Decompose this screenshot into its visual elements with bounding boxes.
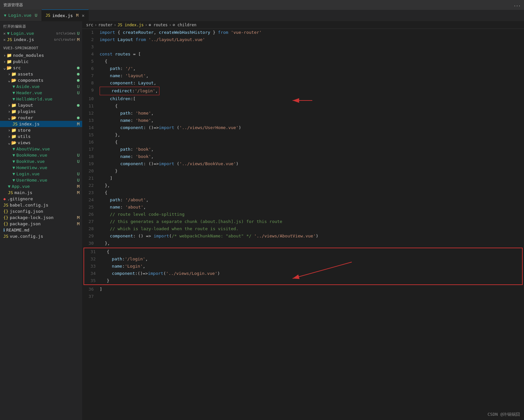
tab-index-js[interactable]: JS index.js M ✕: [42, 10, 89, 21]
breadcrumb-src: src: [86, 23, 93, 27]
tab-close[interactable]: ✕: [82, 13, 84, 18]
folder-icon-pub: 📁: [7, 59, 12, 64]
sidebar-item-public[interactable]: › 📁 public: [0, 58, 82, 65]
sidebar-item-utils[interactable]: › 📁 utils: [0, 133, 82, 140]
utils-label: utils: [18, 134, 31, 139]
sidebar-item-aboutview[interactable]: ▼ AboutView.vue: [0, 146, 82, 152]
code-line-23: 23 {: [82, 189, 524, 196]
sidebar-item-vueconfig[interactable]: JS vue.config.js: [0, 233, 82, 239]
code-line-2: 2 import Layout from '../layout/Layout.v…: [82, 36, 524, 43]
sidebar-item-bookhome[interactable]: ▼ BookHome.vue U: [0, 152, 82, 158]
sidebar-item-router[interactable]: ⌄ 📂 router: [0, 115, 82, 121]
folder-icon-layout: 📁: [11, 103, 16, 108]
router-label: router: [18, 115, 33, 120]
red-box-block: 31 { 32 path:'/login', 33 name:'Login',: [83, 248, 523, 285]
sidebar-item-bookvue[interactable]: ▼ BookVue.vue U: [0, 158, 82, 165]
sidebar-item-readme[interactable]: ℹ README.md: [0, 227, 82, 233]
code-line-20: 20 }: [82, 167, 524, 175]
close-icon-index[interactable]: ✕: [3, 37, 6, 42]
vue-icon: ▼: [4, 13, 6, 18]
open-file-index-path: src\router: [54, 37, 76, 42]
pkg-label: package.json: [10, 221, 41, 226]
sidebar-item-header-vue[interactable]: ▼ Header.vue U: [0, 90, 82, 96]
code-line-13: 13 name: 'home',: [82, 117, 524, 124]
readme-label: README.md: [6, 228, 29, 232]
breadcrumb-indexjs: JS index.js: [118, 23, 144, 27]
babel-label: babel.config.js: [10, 203, 48, 208]
vue-icon-bookhome: ▼: [12, 153, 15, 158]
js-icon-main: JS: [8, 190, 13, 195]
folder-icon-store: 📁: [11, 128, 16, 133]
sidebar-item-gitignore[interactable]: ◆ .gitignore: [0, 196, 82, 202]
code-line-33: 33 name:'Login',: [84, 263, 522, 270]
open-file-login[interactable]: ✕ ▼ Login.vue src\views U: [0, 30, 82, 36]
chevron-right-icon-assets: ›: [8, 72, 11, 77]
tab-login-vue[interactable]: ▼ Login.vue U: [0, 10, 42, 21]
chevron-down-icon-comp: ⌄: [8, 78, 11, 83]
close-icon-login[interactable]: ✕: [3, 31, 6, 36]
sidebar-item-aside[interactable]: ▼ Aside.vue U: [0, 83, 82, 90]
title-bar-dots[interactable]: ...: [513, 3, 521, 7]
sidebar-item-appvue[interactable]: ▼ App.vue M: [0, 183, 82, 189]
code-line-18: 18 name: 'book',: [82, 153, 524, 160]
open-file-login-label: Login.vue: [11, 31, 34, 36]
helloworld-label: HelloWorld.vue: [16, 97, 53, 101]
chevron-right-icon-plugins: ›: [8, 109, 11, 114]
vue-icon-app: ▼: [8, 184, 11, 189]
chevron-down-icon-src: ⌄: [3, 65, 6, 70]
code-line-7: 7 name: 'layout',: [82, 72, 524, 79]
aboutview-label: AboutView.vue: [16, 146, 50, 151]
sidebar-item-userhome[interactable]: ▼ UserHome.vue U: [0, 177, 82, 183]
breadcrumb-children: ⊘ children: [173, 23, 196, 27]
code-line-3: 3: [82, 43, 524, 51]
vue-icon-bookvue: ▼: [12, 159, 15, 164]
js-icon-index: JS: [7, 37, 12, 42]
code-line-26: 26 // route level code-splitting: [82, 211, 524, 218]
assets-dot: [77, 73, 80, 76]
sidebar-item-jsconfig[interactable]: {} jsconfig.json: [0, 208, 82, 214]
open-file-index-label: index.js: [13, 37, 34, 42]
public-label: public: [13, 59, 29, 64]
sidebar-item-plugins[interactable]: › 📁 plugins: [0, 108, 82, 115]
open-files-header[interactable]: 打开的编辑器: [0, 21, 82, 30]
code-line-36: 36 ]: [82, 286, 524, 293]
project-header[interactable]: VUE3-SPRINGBOOT: [0, 44, 82, 52]
sidebar-item-login-vue[interactable]: ▼ Login.vue U: [0, 171, 82, 177]
sidebar-item-assets[interactable]: › 📁 assets: [0, 71, 82, 77]
sidebar-item-index-js[interactable]: JS index.js M: [0, 121, 82, 127]
json-icon-pkglock: {}: [3, 215, 9, 220]
sidebar-item-pkglock[interactable]: {} package-lock.json M: [0, 214, 82, 221]
tab-label-login: Login.vue: [8, 13, 31, 18]
code-line-4: 4 const routes = [: [82, 51, 524, 58]
sidebar-item-homeview[interactable]: ▼ HomeView.vue: [0, 165, 82, 171]
header-vue-label: Header.vue: [16, 90, 42, 95]
sidebar-item-layout[interactable]: › 📁 layout: [0, 102, 82, 108]
bookvue-badge: U: [77, 159, 80, 164]
code-scroll[interactable]: 1 import { createRouter, createWebHashHi…: [82, 29, 524, 420]
sidebar-item-views[interactable]: ⌄ 📂 views: [0, 140, 82, 146]
folder-icon-plugins: 📁: [11, 109, 16, 114]
src-label: src: [13, 65, 21, 70]
open-file-index[interactable]: ✕ JS index.js src\router M: [0, 36, 82, 43]
vueconfig-label: vue.config.js: [10, 234, 43, 239]
pkglock-label: package-lock.json: [10, 215, 54, 220]
userhome-label: UserHome.vue: [16, 178, 47, 183]
sidebar-item-components[interactable]: ⌄ 📂 components: [0, 77, 82, 83]
sidebar-item-src[interactable]: ⌄ 📂 src: [0, 65, 82, 71]
git-icon: ◆: [3, 196, 6, 201]
login-vue-badge: U: [77, 171, 80, 176]
router-dot: [77, 117, 80, 119]
vue-icon-login-sidebar: ▼: [12, 171, 15, 176]
code-line-25: 25 name: 'about',: [82, 204, 524, 211]
jsconfig-label: jsconfig.json: [10, 209, 43, 214]
sidebar-item-mainjs[interactable]: JS main.js M: [0, 189, 82, 196]
sidebar-item-store[interactable]: › 📁 store: [0, 127, 82, 133]
sidebar-item-pkg[interactable]: {} package.json M: [0, 221, 82, 227]
nm-label: node_modules: [13, 53, 44, 58]
store-label: store: [18, 128, 31, 133]
code-line-27: 27 // this generates a separate chunk (a…: [82, 218, 524, 225]
code-line-28: 28 // which is lazy-loaded when the rout…: [82, 225, 524, 232]
sidebar-item-babel[interactable]: JS babel.config.js: [0, 202, 82, 208]
sidebar-item-helloworld[interactable]: ▼ HelloWorld.vue: [0, 96, 82, 102]
sidebar-item-node-modules[interactable]: › 📁 node_modules: [0, 52, 82, 58]
